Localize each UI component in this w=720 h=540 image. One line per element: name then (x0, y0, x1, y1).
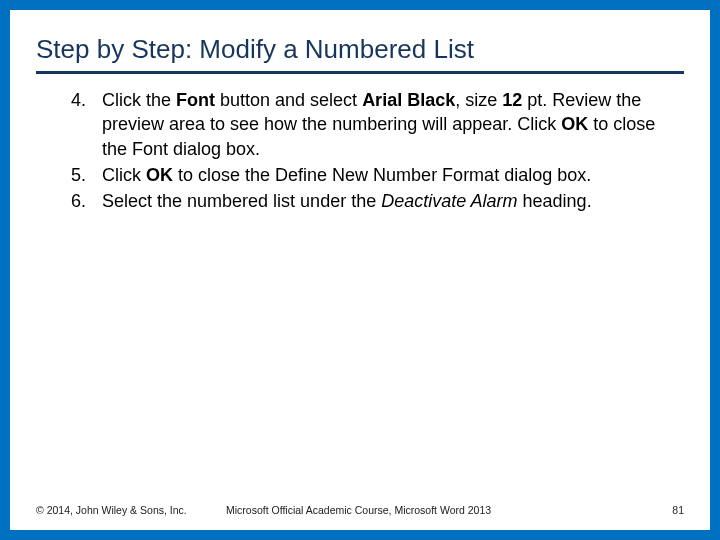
step-text: Click the Font button and select Arial B… (102, 88, 674, 161)
list-item: 5.Click OK to close the Define New Numbe… (40, 163, 674, 187)
footer-course: Microsoft Official Academic Course, Micr… (226, 504, 684, 516)
footer: © 2014, John Wiley & Sons, Inc. Microsof… (36, 504, 684, 516)
steps-list: 4.Click the Font button and select Arial… (36, 88, 684, 213)
list-item: 6.Select the numbered list under the Dea… (40, 189, 674, 213)
page-title: Step by Step: Modify a Numbered List (36, 34, 684, 74)
footer-copyright: © 2014, John Wiley & Sons, Inc. (36, 504, 187, 516)
list-item: 4.Click the Font button and select Arial… (40, 88, 674, 161)
step-text: Click OK to close the Define New Number … (102, 163, 674, 187)
slide: Step by Step: Modify a Numbered List 4.C… (10, 10, 710, 530)
step-number: 5. (40, 163, 102, 187)
step-number: 6. (40, 189, 102, 213)
step-number: 4. (40, 88, 102, 161)
step-text: Select the numbered list under the Deact… (102, 189, 674, 213)
